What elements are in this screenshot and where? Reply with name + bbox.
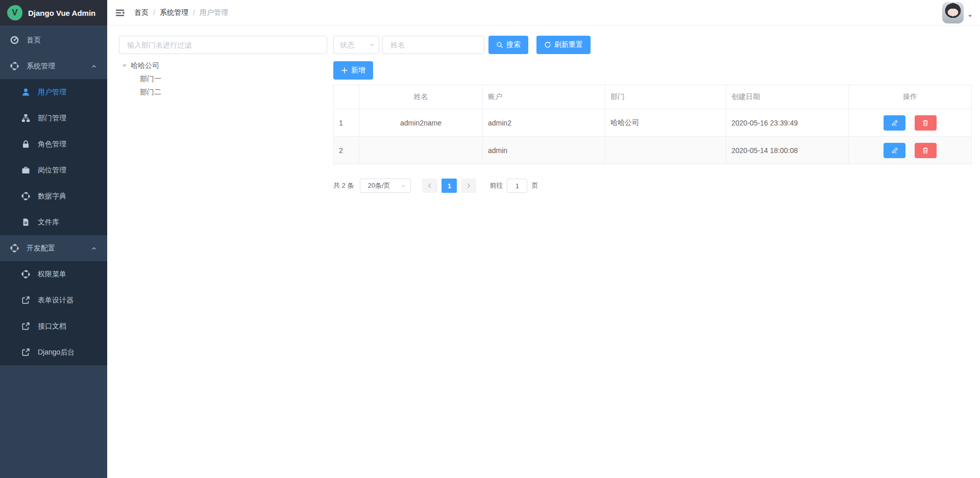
- refresh-icon: [544, 41, 551, 48]
- pagination-total: 共 2 条: [333, 181, 354, 190]
- component-icon: [10, 244, 19, 253]
- app-root: V Django Vue Admin 首页 系统管理 用户管理 部门: [0, 0, 980, 478]
- refresh-reset-button[interactable]: 刷新重置: [536, 36, 591, 54]
- sidebar-item-label: Django后台: [38, 348, 75, 357]
- app-logo[interactable]: V Django Vue Admin: [0, 0, 107, 26]
- delete-button[interactable]: [915, 115, 937, 131]
- submenu-dev-config: 权限菜单 表单设计器 接口文档 Django后台: [0, 261, 107, 365]
- sidebar-item-permission-menu[interactable]: 权限菜单: [0, 261, 107, 287]
- delete-button[interactable]: [915, 143, 937, 158]
- user-table-panel: 搜索 刷新重置 新增: [333, 36, 972, 193]
- component-icon: [10, 62, 19, 70]
- name-filter-input[interactable]: [382, 36, 484, 54]
- department-panel: 哈哈公司 部门一 部门二: [119, 36, 327, 99]
- search-icon: [496, 41, 503, 48]
- sidebar-menu: 首页 系统管理 用户管理 部门管理 角色管理: [0, 26, 107, 365]
- sidebar-item-api-docs[interactable]: 接口文档: [0, 313, 107, 339]
- sidebar-group-label: 开发配置: [27, 244, 55, 253]
- sidebar-item-label: 首页: [27, 36, 41, 45]
- search-button[interactable]: 搜索: [488, 36, 528, 54]
- sidebar-item-label: 用户管理: [38, 88, 66, 97]
- sidebar-item-dept-management[interactable]: 部门管理: [0, 105, 107, 131]
- app-logo-icon: V: [7, 5, 22, 20]
- sidebar-item-label: 接口文档: [38, 322, 66, 331]
- user-menu[interactable]: [942, 2, 973, 23]
- dashboard-icon: [10, 36, 19, 44]
- pagination: 共 2 条 20条/页 1 前往 页: [333, 179, 972, 193]
- table-header-row: 姓名 账户 部门 创建日期 操作: [334, 85, 972, 109]
- cell-index: 1: [334, 109, 359, 137]
- edit-button[interactable]: [884, 143, 905, 158]
- cell-account: admin2: [483, 109, 605, 137]
- cell-name: [359, 137, 483, 164]
- sidebar-group-system-management[interactable]: 系统管理: [0, 53, 107, 79]
- sidebar-item-django-admin[interactable]: Django后台: [0, 339, 107, 365]
- submenu-system-management: 用户管理 部门管理 角色管理 岗位管理 数据字典: [0, 79, 107, 235]
- sidebar-item-form-designer[interactable]: 表单设计器: [0, 287, 107, 313]
- col-index: [334, 85, 359, 109]
- edit-button[interactable]: [884, 115, 905, 131]
- external-link-icon: [21, 296, 30, 305]
- col-name: 姓名: [359, 85, 483, 109]
- goto-page-input[interactable]: [507, 179, 527, 193]
- cell-index: 2: [334, 137, 359, 164]
- next-page-button[interactable]: [461, 179, 476, 193]
- breadcrumb: 首页 / 系统管理 / 用户管理: [134, 8, 228, 17]
- goto-label: 前往: [489, 181, 503, 190]
- col-created: 创建日期: [726, 85, 849, 109]
- tree-node-child[interactable]: 部门二: [119, 86, 327, 99]
- table-row: 1 admin2name admin2 哈哈公司 2020-05-16 23:3…: [334, 109, 972, 137]
- org-tree-icon: [21, 114, 30, 122]
- page-number-button[interactable]: 1: [442, 179, 457, 193]
- page-content: 哈哈公司 部门一 部门二: [107, 26, 980, 478]
- breadcrumb-home[interactable]: 首页: [134, 8, 149, 17]
- sidebar-group-label: 系统管理: [27, 62, 55, 71]
- cell-department: [605, 137, 726, 164]
- arrow-right-icon: [465, 183, 472, 189]
- sidebar-item-label: 部门管理: [38, 114, 66, 123]
- caret-down-icon[interactable]: [121, 62, 128, 69]
- tree-node-label: 部门二: [140, 88, 161, 97]
- caret-down-icon: [967, 13, 973, 19]
- sidebar-item-post-management[interactable]: 岗位管理: [0, 157, 107, 183]
- main-area: 首页 / 系统管理 / 用户管理 哈哈公司: [107, 0, 980, 478]
- table-toolbar: 新增: [333, 61, 972, 80]
- sidebar: V Django Vue Admin 首页 系统管理 用户管理 部门: [0, 0, 107, 478]
- cell-created: 2020-05-14 18:00:08: [726, 137, 849, 164]
- page-size-select[interactable]: 20条/页: [360, 179, 411, 193]
- status-select-input[interactable]: [333, 36, 379, 54]
- sidebar-item-file-library[interactable]: 文件库: [0, 209, 107, 235]
- chevron-down-icon: [401, 183, 406, 189]
- sidebar-item-label: 数据字典: [38, 192, 66, 201]
- sidebar-item-user-management[interactable]: 用户管理: [0, 79, 107, 105]
- page-unit-label: 页: [531, 181, 538, 190]
- table-row: 2 admin 2020-05-14 18:00:08: [334, 137, 972, 164]
- cell-actions: [849, 137, 972, 164]
- dept-filter-input[interactable]: [119, 36, 327, 54]
- plus-icon: [341, 67, 348, 74]
- sidebar-item-data-dict[interactable]: 数据字典: [0, 183, 107, 209]
- tree-node-child[interactable]: 部门一: [119, 72, 327, 86]
- col-account: 账户: [483, 85, 605, 109]
- sidebar-item-label: 岗位管理: [38, 166, 66, 175]
- prev-page-button[interactable]: [422, 179, 437, 193]
- sidebar-collapse-icon[interactable]: [115, 8, 125, 18]
- chevron-up-icon: [91, 245, 97, 251]
- cell-created: 2020-05-16 23:39:49: [726, 109, 849, 137]
- department-tree: 哈哈公司 部门一 部门二: [119, 59, 327, 99]
- breadcrumb-current: 用户管理: [200, 8, 228, 17]
- add-button[interactable]: 新增: [333, 61, 373, 80]
- sidebar-item-home[interactable]: 首页: [0, 27, 107, 53]
- component-icon: [21, 192, 30, 200]
- external-link-icon: [21, 348, 30, 357]
- sidebar-item-role-management[interactable]: 角色管理: [0, 131, 107, 157]
- cell-name: admin2name: [359, 109, 483, 137]
- sidebar-group-dev-config[interactable]: 开发配置: [0, 235, 107, 261]
- tree-node-root[interactable]: 哈哈公司: [119, 59, 327, 72]
- breadcrumb-system[interactable]: 系统管理: [160, 8, 188, 17]
- chevron-up-icon: [91, 63, 97, 69]
- status-select[interactable]: [333, 36, 379, 54]
- cell-account: admin: [483, 137, 605, 164]
- lock-icon: [21, 140, 30, 148]
- sidebar-item-label: 表单设计器: [38, 296, 74, 305]
